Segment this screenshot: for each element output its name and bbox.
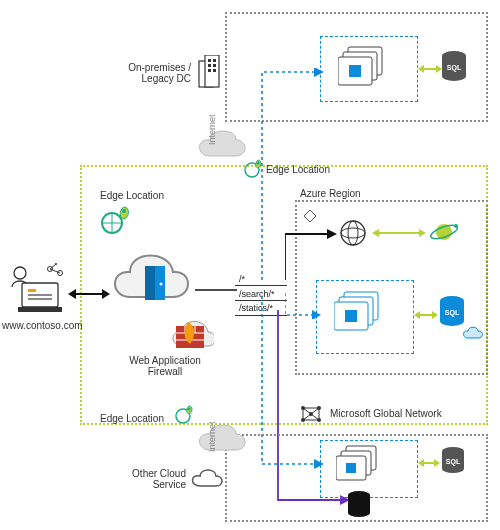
svg-rect-6	[208, 69, 211, 72]
ms-network-label: Microsoft Global Network	[330, 408, 442, 419]
vm-scaleset-icon	[336, 444, 384, 488]
svg-text:SQL: SQL	[445, 309, 460, 317]
svg-rect-59	[28, 289, 36, 292]
network-mesh-icon	[298, 403, 324, 425]
svg-marker-18	[436, 65, 442, 73]
svg-point-26	[188, 408, 191, 411]
internet-label-bottom: Internet	[207, 421, 217, 452]
svg-rect-7	[213, 69, 216, 72]
cosmos-icon	[428, 216, 460, 248]
sql-database-icon: SQL	[440, 50, 468, 84]
svg-marker-34	[372, 229, 379, 237]
route-underline	[235, 285, 287, 286]
arrow-vm-sql-azure	[414, 310, 438, 320]
vm-scaleset-icon	[338, 45, 390, 93]
arrow-vm-sql-onprem	[418, 64, 442, 74]
cloud-icon	[190, 468, 224, 490]
user-laptop-icon	[6, 263, 68, 319]
route-root: /*	[238, 274, 246, 284]
route-arrow-onprem	[258, 68, 324, 280]
svg-text:SQL: SQL	[447, 64, 462, 72]
arrow-vm-sql-other	[418, 458, 440, 468]
svg-marker-90	[418, 459, 424, 467]
svg-marker-91	[434, 459, 440, 467]
svg-marker-46	[432, 311, 438, 319]
svg-point-27	[341, 221, 365, 245]
svg-rect-60	[28, 294, 52, 296]
waf-label: Web Application Firewall	[115, 355, 215, 377]
cloud-icon	[462, 326, 484, 340]
svg-point-14	[442, 71, 466, 81]
arrow-globe-cosmos	[372, 228, 426, 238]
link-cloud-routes	[195, 288, 237, 292]
svg-marker-17	[418, 65, 424, 73]
svg-rect-4	[208, 64, 211, 67]
svg-rect-58	[18, 307, 62, 312]
internet-cloud-icon	[196, 128, 246, 162]
svg-point-29	[348, 221, 358, 245]
database-icon	[346, 490, 372, 520]
svg-point-32	[454, 224, 458, 228]
svg-point-42	[440, 316, 464, 326]
svg-marker-71	[327, 229, 337, 239]
globe-icon	[338, 218, 368, 248]
edge-label-left-bottom: Edge Location	[100, 413, 164, 424]
svg-point-24	[122, 209, 126, 213]
edge-label-left-top: Edge Location	[100, 190, 164, 201]
other-cloud-label: Other Cloud Service	[116, 468, 186, 490]
svg-rect-1	[205, 55, 219, 87]
sql-database-icon: SQL	[438, 295, 466, 329]
svg-point-94	[348, 509, 370, 517]
svg-marker-73	[314, 68, 324, 77]
firewall-icon	[170, 310, 214, 350]
svg-marker-35	[419, 229, 426, 237]
svg-rect-5	[213, 64, 216, 67]
arrow-user-cloud	[68, 288, 110, 300]
svg-marker-45	[414, 311, 420, 319]
svg-marker-69	[102, 289, 110, 299]
svg-marker-68	[68, 289, 76, 299]
sql-database-icon: SQL	[440, 446, 466, 476]
user-url-label: www.contoso.com	[2, 320, 83, 331]
svg-text:SQL: SQL	[446, 458, 461, 466]
internet-label-top: Internet	[207, 114, 217, 145]
svg-point-28	[341, 228, 365, 238]
internet-cloud-icon	[196, 422, 246, 456]
cloud-door-icon	[105, 242, 195, 312]
svg-point-49	[160, 283, 163, 286]
building-icon	[195, 55, 223, 89]
svg-rect-11	[349, 65, 361, 77]
svg-rect-3	[213, 59, 216, 62]
svg-point-56	[14, 267, 26, 279]
svg-rect-61	[28, 298, 52, 300]
svg-rect-84	[346, 463, 356, 473]
svg-rect-2	[208, 59, 211, 62]
edge-pin-icon	[100, 205, 134, 235]
onprem-label: On-premises / Legacy DC	[113, 62, 191, 84]
svg-rect-48	[145, 266, 155, 300]
svg-point-87	[442, 465, 464, 473]
edge-pin-icon	[175, 404, 195, 424]
